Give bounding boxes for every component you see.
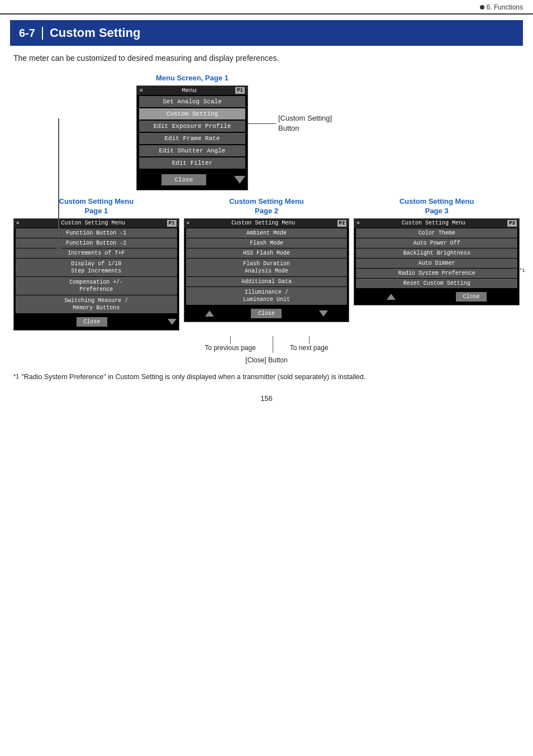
panel-3-item-4[interactable]: Auto Dimmer (356, 259, 517, 268)
panel-2-page: P2 (337, 220, 347, 227)
footnote-marker: *1 (13, 373, 19, 381)
center-menu-bottom: Close (137, 170, 248, 190)
footnote-text: "Radio System Preference" in Custom Sett… (21, 373, 365, 381)
menu-icon: ≡ (140, 88, 143, 94)
panel-2-close[interactable]: Close (251, 309, 282, 318)
center-down-arrow (234, 176, 245, 184)
panel-3-item-1[interactable]: Color Theme (356, 228, 517, 238)
panel-1-item-1[interactable]: Function Button -1 (16, 228, 177, 238)
footnote: *1 "Radio System Preference" in Custom S… (13, 373, 520, 381)
menu-item-edit-frame[interactable]: Edit Frame Rate (139, 133, 245, 144)
center-menu-page: P1 (235, 87, 245, 94)
panel-2-item-3[interactable]: HSS Flash Mode (186, 248, 348, 258)
panel-1-down-arrow (168, 319, 177, 325)
panel-3-up-arrow (387, 294, 396, 300)
section-number: 6-7 (19, 27, 43, 40)
panel-1-item-6[interactable]: Switching Measure /Memory Buttons (16, 295, 177, 313)
panel-1-item-2[interactable]: Function Button -2 (16, 238, 177, 248)
panel-3-close[interactable]: Close (456, 292, 487, 302)
panel-1-bottom: Close (14, 314, 179, 330)
panel-2-item-2[interactable]: Flash Mode (186, 238, 348, 248)
section-header: 6-7 Custom Setting (10, 20, 523, 46)
panel-2-item-6[interactable]: Illuminance /Luminance Unit (186, 287, 348, 305)
diagram-area: Menu Screen, Page 1 ≡ Menu P1 Set Analog… (0, 74, 533, 364)
intro-text: The meter can be customized to desired m… (0, 46, 533, 68)
panel-3-menu: ≡ Custon Setting Menu P3 Color Theme Aut… (354, 218, 520, 305)
panel-1-item-3[interactable]: Increments of T+F (16, 248, 177, 258)
panel-1-item-5[interactable]: Compensation +/-Preference (16, 277, 177, 295)
close-button-annotation: [Close] Button (13, 356, 520, 364)
cs-annotation-text: [Custom Setting]Button (278, 113, 332, 133)
to-prev-vert-line (230, 336, 231, 344)
panel-2-bottom: Close (184, 305, 349, 322)
to-next-group: To next page (290, 336, 329, 353)
panel-2-up-arrow (205, 310, 214, 317)
menu-item-set-analog[interactable]: Set Analog Scale (139, 96, 245, 107)
panel-3-header: ≡ Custon Setting Menu P3 (354, 219, 519, 228)
panel-3-item-5[interactable]: Radio System Preference *1 (356, 269, 517, 278)
panel-2-item-1[interactable]: Ambient Mode (186, 228, 348, 238)
panel-1-label: Custom Setting MenuPage 1 (59, 197, 134, 216)
panel-1-page: P1 (167, 220, 177, 227)
panel-2-label: Custom Setting MenuPage 2 (229, 197, 304, 216)
menu-item-edit-filter[interactable]: Edit Filter (139, 157, 245, 169)
panel-1-close[interactable]: Close (77, 317, 107, 327)
panel-3-item-3[interactable]: Backlight Brightness (356, 248, 517, 258)
panel-3-wrapper: Custom Setting MenuPage 3 ≡ Custon Setti… (354, 197, 520, 331)
section-title: Custom Setting (50, 26, 141, 40)
menu-item-edit-exposure[interactable]: Edit Exposure Profile (139, 121, 245, 132)
to-next-vert-line (309, 336, 310, 344)
panel-2-icon: ≡ (187, 221, 189, 226)
vert-separator (273, 336, 273, 353)
to-next-label: To next page (290, 344, 329, 352)
panel-1-item-4[interactable]: Display of 1/10Step Increments (16, 259, 177, 276)
center-menu-title: Menu (182, 87, 196, 94)
cs-annotation-group: [Custom Setting]Button (248, 113, 332, 133)
top-bar-dot (480, 5, 484, 9)
panel-1-wrapper: Custom Setting MenuPage 1 ≡ Custon Setti… (13, 197, 179, 331)
panel-1-icon: ≡ (16, 221, 19, 226)
top-bar: 6. Functions (0, 0, 533, 15)
cs-annotation-line (248, 123, 276, 124)
panel-3-page: P3 (507, 220, 517, 227)
panel-3-label: Custom Setting MenuPage 3 (399, 197, 474, 216)
panel-3-icon: ≡ (356, 221, 359, 226)
star-marker: *1 (519, 268, 525, 274)
panel-1-title: Custon Setting Menu (61, 220, 125, 226)
to-prev-label: To previous page (204, 344, 255, 352)
panel-2-item-4[interactable]: Flash DurationAnalysis Mode (186, 259, 348, 276)
panel-2-title: Custon Setting Menu (231, 220, 295, 226)
panel-1-menu: ≡ Custon Setting Menu P1 Function Button… (13, 218, 179, 331)
menu-item-custom-setting[interactable]: Custom Setting (139, 108, 245, 119)
panel-3-bottom: Close (354, 289, 519, 305)
panel-2-down-arrow (319, 310, 328, 317)
panel-3-item-2[interactable]: Auto Power Off (356, 238, 517, 248)
center-close-button[interactable]: Close (161, 174, 206, 185)
center-menu-header: ≡ Menu P1 (137, 86, 248, 95)
center-menu-box: ≡ Menu P1 Set Analog Scale Custom Settin… (136, 85, 248, 190)
panel-2-item-5[interactable]: Additional Data (186, 277, 348, 286)
panel-3-item-6[interactable]: Reset Custom Setting (356, 279, 517, 288)
panel-3-title: Custon Setting Menu (402, 220, 465, 226)
nav-labels-row: To previous page To next page (13, 336, 520, 353)
panel-2-menu: ≡ Custon Setting Menu P2 Ambient Mode Fl… (184, 218, 350, 322)
menu-item-edit-shutter[interactable]: Edit Shutter Angle (139, 145, 245, 156)
panel-2-wrapper: Custom Setting MenuPage 2 ≡ Custon Setti… (184, 197, 350, 331)
to-prev-group: To previous page (204, 336, 255, 353)
menu-screen-label: Menu Screen, Page 1 (156, 74, 229, 82)
page-number: 156 (0, 394, 533, 403)
panel-2-header: ≡ Custon Setting Menu P2 (184, 219, 349, 228)
panel-1-header: ≡ Custon Setting Menu P1 (14, 219, 179, 228)
top-bar-label: 6. Functions (487, 3, 523, 11)
